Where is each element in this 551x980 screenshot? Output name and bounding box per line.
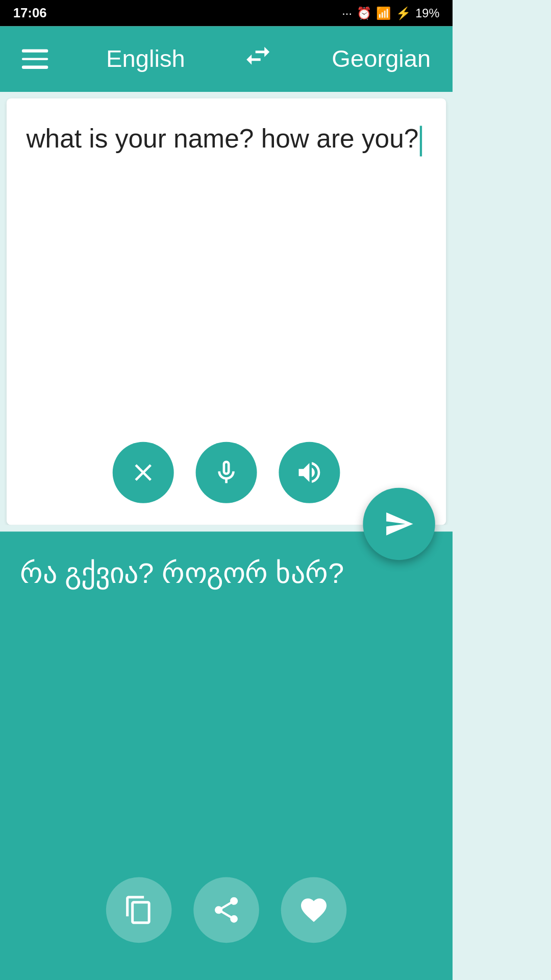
target-language-button[interactable]: Georgian (332, 45, 431, 74)
translation-controls (20, 866, 433, 969)
input-section: what is your name? how are you? (7, 99, 446, 525)
clear-button[interactable] (113, 442, 174, 503)
status-bar: 17:06 ··· ⏰ 📶 ⚡ 19% (0, 0, 453, 26)
text-cursor (420, 126, 422, 156)
source-language-button[interactable]: English (106, 45, 185, 74)
input-text-value: what is your name? how are you? (26, 124, 418, 153)
battery-level: 19% (415, 7, 439, 20)
speak-button[interactable] (279, 442, 340, 503)
favorite-button[interactable] (281, 877, 347, 943)
share-button[interactable] (193, 877, 259, 943)
sim-icon: 📶 (376, 6, 391, 20)
battery-charging-icon: ⚡ (396, 6, 411, 20)
alarm-icon: ⏰ (357, 6, 372, 20)
status-time: 17:06 (13, 6, 47, 21)
translate-button[interactable] (363, 488, 435, 560)
microphone-button[interactable] (196, 442, 257, 503)
dots-icon: ··· (342, 7, 352, 20)
copy-button[interactable] (106, 877, 172, 943)
toolbar: English Georgian (0, 26, 453, 92)
translation-section: რა გქვია? როგორ ხარ? (0, 531, 453, 980)
status-icons: ··· ⏰ 📶 ⚡ 19% (342, 6, 439, 20)
source-text-display: what is your name? how are you? (7, 99, 446, 431)
menu-button[interactable] (22, 50, 48, 69)
translated-text: რა გქვია? როგორ ხარ? (20, 553, 433, 866)
swap-languages-button[interactable] (243, 40, 274, 78)
main-content: what is your name? how are you? (0, 92, 453, 980)
